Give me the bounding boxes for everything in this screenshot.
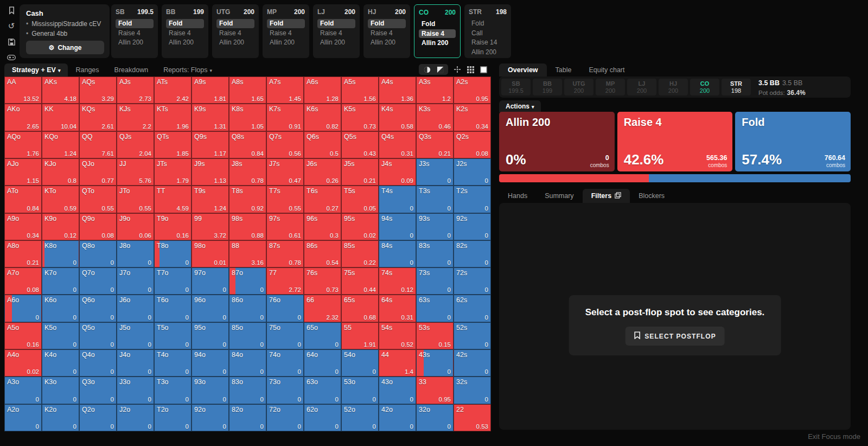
matrix-cell-85o[interactable]: 85o 0 (229, 322, 266, 349)
matrix-cell-87o[interactable]: 87o 0 (229, 267, 266, 295)
position-panel-lj[interactable]: LJ 200FoldRaise 4Allin 200 (313, 4, 360, 58)
action-option[interactable]: Raise 4 (267, 29, 305, 38)
matrix-cell-63o[interactable]: 63o 0 (304, 377, 341, 404)
action-option[interactable]: Allin 200 (216, 38, 254, 47)
matrix-cell-77[interactable]: 77 2.72 (266, 267, 304, 295)
action-option[interactable]: Fold (116, 19, 154, 28)
matrix-cell-A8o[interactable]: A8o 0.21 (4, 240, 42, 267)
matrix-cell-J4o[interactable]: J4o 0 (117, 349, 154, 377)
matrix-cell-62s[interactable]: 62s 0 (454, 295, 491, 322)
matrix-cell-96s[interactable]: 96s 0.3 (304, 213, 341, 240)
matrix-cell-93o[interactable]: 93o 0 (192, 377, 229, 404)
matrix-cell-53s[interactable]: 53s 0.15 (416, 322, 454, 349)
matrix-cell-94s[interactable]: 94s 0 (379, 213, 416, 240)
position-panel-bb[interactable]: BB 199FoldRaise 4Allin 200 (162, 4, 208, 58)
action-option[interactable]: Fold (317, 19, 355, 28)
matrix-cell-T5o[interactable]: T5o 0 (154, 322, 192, 349)
badge-str[interactable]: STR 198 (722, 79, 751, 95)
action-option[interactable]: Raise 4 (419, 29, 456, 39)
tab-blockers[interactable]: Blockers (630, 189, 673, 203)
action-option[interactable]: Fold (166, 19, 204, 28)
matrix-cell-Q4o[interactable]: Q4o 0 (79, 349, 117, 377)
matrix-cell-73s[interactable]: 73s 0 (416, 267, 454, 295)
tab-breakdown[interactable]: Breakdown (107, 63, 156, 77)
move-icon[interactable] (454, 66, 461, 73)
matrix-cell-KJo[interactable]: KJo 0.8 (42, 158, 79, 186)
matrix-cell-Q6o[interactable]: Q6o 0 (79, 295, 117, 322)
matrix-cell-64o[interactable]: 64o 0 (304, 349, 341, 377)
matrix-cell-22[interactable]: 22 0.53 (454, 404, 491, 431)
matrix-cell-K8s[interactable]: K8s 1.05 (229, 104, 266, 131)
select-postflop-button[interactable]: SELECT POSTFLOP (625, 327, 725, 346)
matrix-cell-K3o[interactable]: K3o 0 (42, 377, 79, 404)
matrix-cell-Q8o[interactable]: Q8o 0 (79, 240, 117, 267)
matrix-cell-95o[interactable]: 95o 0 (192, 322, 229, 349)
tab-filters[interactable]: Filters (583, 189, 630, 203)
matrix-cell-88[interactable]: 88 3.16 (229, 240, 266, 267)
matrix-cell-97o[interactable]: 97o 0 (192, 267, 229, 295)
matrix-cell-AKs[interactable]: AKs 4.18 (42, 77, 79, 104)
matrix-cell-J6s[interactable]: J6s 0.26 (304, 158, 341, 186)
tab-reports-flops[interactable]: Reports: Flops▾ (156, 63, 220, 77)
matrix-cell-A5s[interactable]: A5s 1.56 (341, 77, 379, 104)
matrix-cell-43s[interactable]: 43s 0 (416, 349, 454, 377)
action-option[interactable]: Raise 4 (116, 29, 154, 38)
matrix-cell-T7o[interactable]: T7o 0 (154, 267, 192, 295)
matrix-cell-42s[interactable]: 42s 0 (454, 349, 491, 377)
matrix-cell-Q7o[interactable]: Q7o 0 (79, 267, 117, 295)
matrix-cell-QJs[interactable]: QJs 2.04 (117, 131, 154, 158)
matrix-cell-KJs[interactable]: KJs 2.2 (117, 104, 154, 131)
action-option[interactable]: Allin 200 (419, 39, 456, 48)
action-option[interactable]: Raise 4 (317, 29, 355, 38)
action-card-raise-4[interactable]: Raise 4 42.6% 565.36combos (617, 112, 733, 171)
matrix-cell-JTo[interactable]: JTo 0.55 (117, 186, 154, 213)
matrix-cell-52o[interactable]: 52o 0 (341, 404, 379, 431)
action-option[interactable]: Fold (216, 19, 254, 28)
matrix-cell-64s[interactable]: 64s 0.31 (379, 295, 416, 322)
matrix-cell-A2o[interactable]: A2o 0 (4, 404, 42, 431)
matrix-cell-J6o[interactable]: J6o 0 (117, 295, 154, 322)
matrix-cell-55[interactable]: 55 1.91 (341, 322, 379, 349)
matrix-cell-Q9o[interactable]: Q9o 0.08 (79, 213, 117, 240)
matrix-cell-32s[interactable]: 32s 0 (454, 377, 491, 404)
position-panel-co[interactable]: CO 200FoldRaise 4Allin 200 (414, 4, 461, 58)
matrix-cell-A9s[interactable]: A9s 1.81 (192, 77, 229, 104)
action-option[interactable]: Allin 200 (116, 38, 154, 47)
position-panel-mp[interactable]: MP 200FoldRaise 4Allin 200 (263, 4, 309, 58)
matrix-cell-K6s[interactable]: K6s 0.82 (304, 104, 341, 131)
action-option[interactable]: Call (469, 29, 507, 38)
matrix-cell-J5s[interactable]: J5s 0.21 (341, 158, 379, 186)
matrix-cell-K7s[interactable]: K7s 0.91 (266, 104, 304, 131)
matrix-cell-J2o[interactable]: J2o 0 (117, 404, 154, 431)
matrix-cell-K4s[interactable]: K4s 0.58 (379, 104, 416, 131)
matrix-cell-Q5o[interactable]: Q5o 0 (79, 322, 117, 349)
matrix-cell-72o[interactable]: 72o 0 (266, 404, 304, 431)
matrix-cell-A6s[interactable]: A6s 1.28 (304, 77, 341, 104)
actions-dropdown[interactable]: Actions▾ (499, 100, 541, 112)
action-option[interactable]: Allin 200 (317, 38, 355, 47)
action-option[interactable]: Raise 4 (166, 29, 204, 38)
contrast-square-icon[interactable] (436, 66, 444, 73)
matrix-cell-33[interactable]: 33 0.95 (416, 377, 454, 404)
exit-focus-mode[interactable]: Exit Focus mode (808, 432, 860, 441)
matrix-cell-A6o[interactable]: A6o 0 (4, 295, 42, 322)
matrix-cell-K8o[interactable]: K8o 0 (42, 240, 79, 267)
matrix-cell-A7o[interactable]: A7o 0.08 (4, 267, 42, 295)
matrix-cell-JJ[interactable]: JJ 5.76 (117, 158, 154, 186)
matrix-cell-74o[interactable]: 74o 0 (266, 349, 304, 377)
matrix-cell-K9s[interactable]: K9s 1.31 (192, 104, 229, 131)
tab-summary[interactable]: Summary (536, 189, 582, 203)
matrix-cell-A8s[interactable]: A8s 1.65 (229, 77, 266, 104)
matrix-cell-Q3s[interactable]: Q3s 0.21 (416, 131, 454, 158)
matrix-cell-65s[interactable]: 65s 0.68 (341, 295, 379, 322)
position-panel-utg[interactable]: UTG 200FoldRaise 4Allin 200 (212, 4, 259, 58)
matrix-cell-83o[interactable]: 83o 0 (229, 377, 266, 404)
matrix-cell-K9o[interactable]: K9o 0.12 (42, 213, 79, 240)
pie-icon[interactable] (423, 66, 431, 73)
matrix-cell-83s[interactable]: 83s 0 (416, 240, 454, 267)
position-panel-sb[interactable]: SB 199.5FoldRaise 4Allin 200 (111, 4, 158, 58)
matrix-cell-53o[interactable]: 53o 0 (341, 377, 379, 404)
matrix-cell-JTs[interactable]: JTs 1.79 (154, 158, 192, 186)
matrix-cell-J7s[interactable]: J7s 0.47 (266, 158, 304, 186)
tab-table[interactable]: Table (547, 63, 580, 77)
